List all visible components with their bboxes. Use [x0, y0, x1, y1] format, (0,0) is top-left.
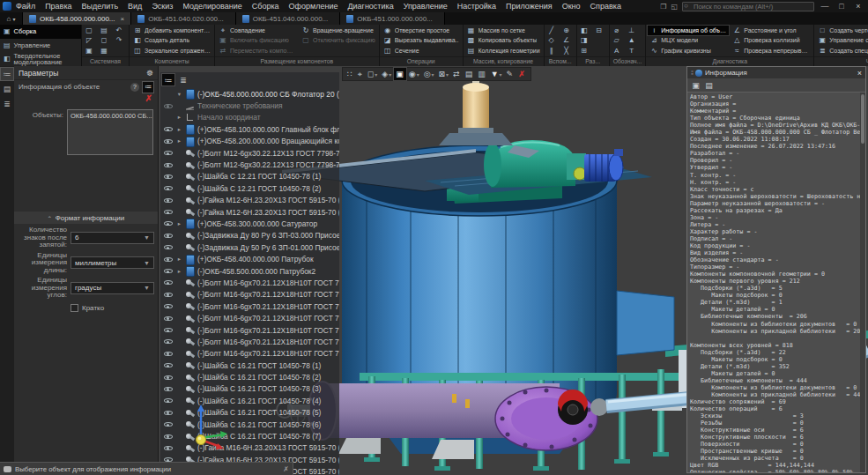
menu-item[interactable]: Оформление — [289, 2, 338, 11]
menu-item[interactable]: Окно — [562, 2, 581, 11]
expand-arrow-icon[interactable]: ▸ — [176, 126, 182, 133]
expand-arrow-icon[interactable]: ▸ — [176, 220, 182, 227]
ribbon-button[interactable]: ↷ — [114, 35, 127, 45]
ribbon-button[interactable]: ▣ Управление связанными ч.. — [816, 35, 868, 45]
menu-item[interactable]: Моделирование — [182, 2, 241, 11]
ribbon-button[interactable]: ◇ — [546, 35, 560, 45]
menu-item[interactable]: Вид — [128, 2, 142, 11]
menu-item[interactable]: Правка — [45, 2, 71, 11]
filter-icon[interactable]: ▼ ▾ — [489, 68, 504, 80]
tree-item[interactable]: (-)Болт М12-6gx30.22.12Х13 ГОСТ 7798-70 — [160, 147, 339, 159]
expand-arrow-icon[interactable]: ▸ — [176, 268, 182, 275]
objects-listbox[interactable]: ОКБ-458.000.000.000 СБ... — [67, 109, 153, 155]
menu-item[interactable]: Управление — [404, 2, 448, 11]
visibility-eye-icon[interactable] — [164, 125, 173, 133]
expand-arrow-icon[interactable]: ▸ — [176, 256, 182, 263]
ribbon-button[interactable]: ≣ Создать спецификаци.. — [816, 46, 868, 56]
ribbon-button[interactable]: ∿ График кривизны — [648, 46, 729, 56]
move-icon[interactable]: ⇄ — [451, 68, 463, 80]
3d-viewport[interactable]: ∷ ⌖ ◻ ▾ ◈ ▾ — [159, 66, 868, 475]
ribbon-button[interactable]: ⊕ — [561, 26, 575, 35]
display-mode-icon[interactable]: ▣ — [394, 68, 406, 80]
tree-item[interactable]: ▸ (+)ОКБ-458.200.000.000 Вращающийся ков — [160, 136, 339, 147]
tree-item[interactable]: (-)Болт М16-6gx70.21.12Х18Н10Т ГОСТ 779 — [160, 348, 339, 360]
visibility-eye-icon[interactable] — [164, 197, 173, 204]
tree-item[interactable]: (-)Шайба С 16.21 ГОСТ 10450-78 (7) — [160, 430, 339, 442]
visibility-eye-icon[interactable] — [164, 350, 173, 358]
dock-grip-icon[interactable]: ⁞⁞ — [691, 70, 693, 76]
field-dropdown[interactable]: градусы ▼ — [70, 282, 154, 294]
tree-item[interactable]: ▸ Начало координат — [160, 112, 339, 123]
visibility-eye-icon[interactable] — [164, 184, 173, 192]
ribbon-button[interactable]: ↻ Вращение-вращение — [300, 26, 377, 35]
expand-arrow-icon[interactable]: ▸ — [176, 137, 182, 145]
panel-list-toggle[interactable]: ≣ — [1, 98, 13, 110]
ribbon-button[interactable]: ↶ — [114, 26, 127, 35]
ribbon-button[interactable]: i Информация об объекте — [648, 26, 729, 35]
ribbon-button[interactable]: ◧ Создать деталь — [131, 35, 212, 45]
visibility-eye-icon[interactable] — [164, 291, 173, 299]
visibility-eye-icon[interactable] — [164, 302, 173, 310]
ribbon-button[interactable]: ◫ Сечение — [382, 46, 461, 56]
ribbon-button[interactable]: ≈ Проверка непрерывности — [731, 46, 812, 56]
ribbon-button[interactable]: ▣ — [84, 46, 97, 56]
ribbon-button[interactable]: ⌖ Совпадение — [217, 26, 298, 35]
hide-objects-icon[interactable]: ◎ ▾ — [422, 68, 436, 80]
tree-item[interactable]: (-)Задвижка Ду 80 Ру 6 ЗП-03.000 Присоед — [160, 230, 339, 241]
ribbon-button[interactable]: ⊿ МЦХ модели — [648, 35, 729, 45]
ribbon-button[interactable]: □ Создать чертеж по модели — [816, 26, 868, 35]
ribbon-button[interactable]: T — [627, 46, 640, 56]
ribbon-button[interactable]: ⊞ Добавить компонент из.. — [131, 26, 212, 35]
orientation-icon[interactable]: ◈ ▾ — [380, 68, 393, 80]
save-report-icon[interactable]: ▣ — [691, 80, 701, 90]
tree-item[interactable]: (-)Болт М16-6gx70.21.12Х18Н10Т ГОСТ 779 — [160, 336, 339, 347]
visibility-eye-icon[interactable] — [164, 208, 173, 216]
tree-item[interactable]: ▸ (+)ОКБ-458.300.000.000 Сатуратор — [160, 218, 339, 229]
menu-item[interactable]: Приложения — [506, 2, 553, 11]
ribbon-button[interactable]: ◫ Зеркальное отражение ко.. — [131, 46, 212, 56]
visibility-eye-icon[interactable] — [164, 444, 173, 452]
visibility-eye-icon[interactable] — [164, 173, 173, 181]
ribbon-tab[interactable]: ◧ Твердотельное моделирование — [0, 52, 81, 66]
clip-box-icon[interactable]: ⊠ ▾ — [437, 68, 451, 80]
visibility-eye-icon[interactable] — [164, 397, 173, 404]
brief-checkbox[interactable] — [70, 304, 78, 312]
info-titlebar[interactable]: ⁞⁞ Информация × — [687, 67, 865, 78]
ribbon-button[interactable]: ⇄ Переместить компонент — [217, 46, 298, 56]
ribbon-button[interactable]: ╱ — [546, 26, 560, 35]
ribbon-button[interactable]: ◨ — [579, 35, 592, 45]
tree-item[interactable]: (-)Болт М16-6gx70.21.12Х18Н10Т ГОСТ 779 — [160, 301, 339, 312]
menu-item[interactable]: Сборка — [252, 2, 279, 11]
ribbon-button[interactable]: ◉ Отверстие простое — [382, 26, 461, 35]
tree-composition-button[interactable]: ≣ — [177, 74, 189, 85]
ribbon-button[interactable]: ◻ — [99, 35, 112, 45]
ribbon-button[interactable]: ▣ Включить фиксацию — [217, 35, 298, 45]
visibility-eye-icon[interactable] — [164, 278, 173, 286]
visibility-eye-icon[interactable] — [164, 420, 173, 428]
visibility-eye-icon[interactable] — [164, 409, 173, 417]
tree-item[interactable]: ▸ (+)ОКБ-458.400.000.000 Патрубок — [160, 253, 339, 264]
status-close-icon[interactable]: ✗ — [283, 465, 289, 473]
panel-tree-toggle[interactable]: ≔ — [1, 68, 13, 80]
document-tab[interactable]: ОКБ-451.000.000.000... — [340, 12, 445, 25]
tree-item[interactable]: (-)Болт М16-6gx70.21.12Х18Н10Т ГОСТ 779 — [160, 277, 339, 288]
ribbon-button[interactable]: ▦ — [99, 46, 112, 56]
visibility-eye-icon[interactable] — [164, 149, 173, 157]
ribbon-tab[interactable]: ▤ Управление — [0, 39, 81, 53]
menu-item[interactable]: Эскиз — [152, 2, 173, 11]
document-tab[interactable]: ОКБ-458.000.000.000... × — [23, 12, 131, 25]
command-search-input[interactable] — [682, 2, 814, 11]
ribbon-button[interactable]: ⊞ — [579, 46, 592, 56]
print-report-icon[interactable]: ▤ — [704, 80, 714, 90]
render-icon[interactable]: ▥ — [476, 68, 488, 80]
panel-props-toggle[interactable]: ▤ — [1, 83, 13, 95]
tree-item[interactable]: (-)Задвижка Ду 50 Ру 6 ЗП-01.000 Присоед — [160, 241, 339, 253]
ribbon-button[interactable]: ▩ Копировать объекты — [465, 35, 542, 45]
ribbon-button[interactable]: ▲ — [627, 35, 640, 45]
ribbon-button[interactable]: ◸ — [84, 35, 97, 45]
format-section-header[interactable]: ⌃ Формат информации — [14, 212, 158, 224]
visibility-eye-icon[interactable] — [164, 267, 173, 275]
ribbon-button[interactable]: ▤ Коллекция геометрии — [465, 46, 542, 56]
ribbon-button[interactable]: ◧ — [579, 26, 592, 35]
tree-item[interactable]: (-)Гайка М12-6Н.23.20Х13 ГОСТ 5915-70 (2… — [160, 206, 339, 218]
